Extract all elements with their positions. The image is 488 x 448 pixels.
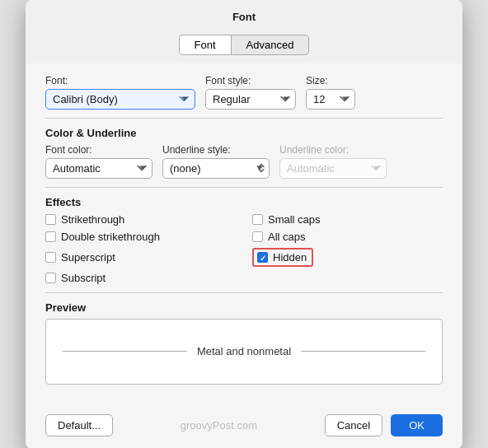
underline-color-select[interactable]: Automatic xyxy=(279,158,387,179)
dialog-body: Font: Calibri (Body) Font style: Regular xyxy=(26,63,462,406)
style-label: Font style: xyxy=(205,75,296,86)
checkbox-double-strikethrough: Double strikethrough xyxy=(45,231,236,243)
font-field-group: Font: Calibri (Body) xyxy=(45,75,195,110)
default-button[interactable]: Default... xyxy=(45,414,113,436)
tab-font[interactable]: Font xyxy=(179,35,231,55)
small-caps-label: Small caps xyxy=(268,213,321,226)
preview-line-right xyxy=(301,351,425,352)
hidden-checkbox[interactable] xyxy=(257,252,268,263)
dialog-title: Font xyxy=(26,0,462,30)
hidden-highlight-box: Hidden xyxy=(252,248,313,267)
small-caps-checkbox[interactable] xyxy=(252,214,263,225)
checkbox-hidden-wrapper: Hidden xyxy=(252,248,443,267)
font-color-label: Font color: xyxy=(45,144,152,156)
font-select[interactable]: Calibri (Body) xyxy=(46,90,195,109)
all-caps-checkbox[interactable] xyxy=(252,231,263,242)
underline-color-select-wrapper: Automatic xyxy=(279,158,387,179)
font-dialog: Font Font Advanced Font: Calibri (Body) … xyxy=(26,0,462,448)
effects-grid: Strikethrough Small caps Double striketh… xyxy=(45,213,443,284)
font-color-select-wrapper: Automatic xyxy=(45,158,152,179)
preview-box: Metal and nonmetal xyxy=(45,319,443,385)
size-select-wrapper: 12 xyxy=(306,89,355,110)
size-select[interactable]: 12 xyxy=(306,89,355,110)
effects-section: Effects Strikethrough Small caps Double … xyxy=(45,187,443,284)
preview-text: Metal and nonmetal xyxy=(187,345,301,357)
underline-style-select-wrapper: (none) xyxy=(162,158,270,179)
preview-heading: Preview xyxy=(45,301,443,314)
watermark: groovyPost.com xyxy=(113,419,325,432)
superscript-checkbox[interactable] xyxy=(45,252,56,263)
size-label: Size: xyxy=(306,75,355,86)
strikethrough-label: Strikethrough xyxy=(61,213,124,226)
all-caps-label: All caps xyxy=(268,231,306,243)
font-label: Font: xyxy=(45,75,195,86)
hidden-label: Hidden xyxy=(273,251,307,264)
style-field-group: Font style: Regular xyxy=(205,75,296,110)
effects-heading: Effects xyxy=(45,196,443,208)
font-color-field-group: Font color: Automatic xyxy=(45,144,152,179)
preview-line-left xyxy=(63,351,187,352)
checkbox-strikethrough: Strikethrough xyxy=(45,213,236,226)
strikethrough-checkbox[interactable] xyxy=(45,214,56,225)
color-underline-heading: Color & Underline xyxy=(45,127,443,139)
underline-color-label: Underline color: xyxy=(279,144,387,156)
preview-lines: Metal and nonmetal xyxy=(46,345,442,357)
color-underline-section: Color & Underline Font color: Automatic … xyxy=(45,118,443,179)
size-field-group: Size: 12 xyxy=(306,75,355,110)
ok-button[interactable]: OK xyxy=(391,414,443,436)
subscript-checkbox[interactable] xyxy=(45,273,56,283)
checkbox-subscript: Subscript xyxy=(45,272,236,284)
double-strikethrough-label: Double strikethrough xyxy=(61,231,160,243)
style-select-wrapper: Regular xyxy=(205,89,296,110)
footer-right-buttons: Cancel OK xyxy=(325,414,443,436)
checkbox-superscript: Superscript xyxy=(45,248,236,267)
checkbox-small-caps: Small caps xyxy=(252,213,443,226)
color-underline-row: Font color: Automatic Underline style: xyxy=(45,144,443,179)
underline-style-select[interactable]: (none) xyxy=(162,158,270,179)
font-color-select[interactable]: Automatic xyxy=(45,158,152,179)
font-style-size-row: Font: Calibri (Body) Font style: Regular xyxy=(45,75,443,110)
cancel-button[interactable]: Cancel xyxy=(325,414,382,436)
subscript-label: Subscript xyxy=(61,272,106,284)
preview-section: Preview Metal and nonmetal xyxy=(45,292,443,385)
tab-bar: Font Advanced xyxy=(26,30,462,63)
dialog-footer: Default... groovyPost.com Cancel OK xyxy=(26,406,462,449)
underline-style-label: Underline style: xyxy=(162,144,270,156)
double-strikethrough-checkbox[interactable] xyxy=(45,231,56,242)
underline-style-field-group: Underline style: (none) xyxy=(162,144,270,179)
checkbox-all-caps: All caps xyxy=(252,231,443,243)
superscript-label: Superscript xyxy=(61,251,115,264)
style-select[interactable]: Regular xyxy=(205,89,296,110)
font-select-wrapper: Calibri (Body) xyxy=(45,89,195,110)
tab-advanced[interactable]: Advanced xyxy=(231,35,310,55)
underline-color-field-group: Underline color: Automatic xyxy=(279,144,387,179)
